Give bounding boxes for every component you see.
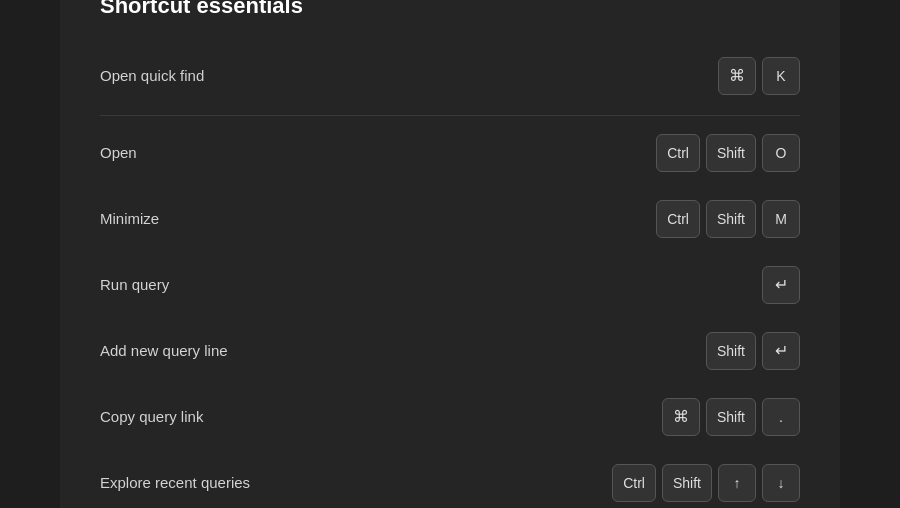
panel-title: Shortcut essentials bbox=[100, 0, 800, 19]
key-up: ↑ bbox=[718, 464, 756, 502]
key-shift: Shift bbox=[706, 134, 756, 172]
shortcut-label-explore-recent-queries: Explore recent queries bbox=[100, 474, 250, 491]
key-shift: Shift bbox=[662, 464, 712, 502]
shortcut-row-open-quick-find: Open quick find⌘K bbox=[100, 43, 800, 116]
shortcut-row-copy-query-link: Copy query link⌘Shift. bbox=[100, 384, 800, 450]
key-k: K bbox=[762, 57, 800, 95]
shortcut-label-add-new-query-line: Add new query line bbox=[100, 342, 228, 359]
shortcut-row-add-new-query-line: Add new query lineShift↵ bbox=[100, 318, 800, 384]
key-enter: ↵ bbox=[762, 332, 800, 370]
key-enter: ↵ bbox=[762, 266, 800, 304]
shortcut-label-minimize: Minimize bbox=[100, 210, 159, 227]
shortcuts-list: Open quick find⌘KOpenCtrlShiftOMinimizeC… bbox=[100, 43, 800, 509]
shortcut-row-explore-recent-queries: Explore recent queriesCtrlShift↑↓ bbox=[100, 450, 800, 509]
shortcut-keys-minimize: CtrlShiftM bbox=[656, 200, 800, 238]
shortcut-keys-copy-query-link: ⌘Shift. bbox=[662, 398, 800, 436]
shortcut-keys-explore-recent-queries: CtrlShift↑↓ bbox=[612, 464, 800, 502]
shortcut-keys-run-query: ↵ bbox=[762, 266, 800, 304]
shortcuts-panel: Shortcut essentials Open quick find⌘KOpe… bbox=[60, 0, 840, 508]
shortcut-label-run-query: Run query bbox=[100, 276, 169, 293]
shortcut-row-run-query: Run query↵ bbox=[100, 252, 800, 318]
shortcut-label-open-quick-find: Open quick find bbox=[100, 67, 204, 84]
key-m: M bbox=[762, 200, 800, 238]
key-shift: Shift bbox=[706, 398, 756, 436]
key-ctrl: Ctrl bbox=[656, 134, 700, 172]
key-ctrl: Ctrl bbox=[656, 200, 700, 238]
shortcut-row-open: OpenCtrlShiftO bbox=[100, 120, 800, 186]
key-ctrl: Ctrl bbox=[612, 464, 656, 502]
key-shift: Shift bbox=[706, 200, 756, 238]
key-down: ↓ bbox=[762, 464, 800, 502]
shortcut-keys-open: CtrlShiftO bbox=[656, 134, 800, 172]
key-dot: . bbox=[762, 398, 800, 436]
key-o: O bbox=[762, 134, 800, 172]
shortcut-row-minimize: MinimizeCtrlShiftM bbox=[100, 186, 800, 252]
key-cmd: ⌘ bbox=[718, 57, 756, 95]
shortcut-label-copy-query-link: Copy query link bbox=[100, 408, 203, 425]
shortcut-label-open: Open bbox=[100, 144, 137, 161]
shortcut-keys-open-quick-find: ⌘K bbox=[718, 57, 800, 95]
shortcut-keys-add-new-query-line: Shift↵ bbox=[706, 332, 800, 370]
key-shift: Shift bbox=[706, 332, 756, 370]
key-cmd: ⌘ bbox=[662, 398, 700, 436]
